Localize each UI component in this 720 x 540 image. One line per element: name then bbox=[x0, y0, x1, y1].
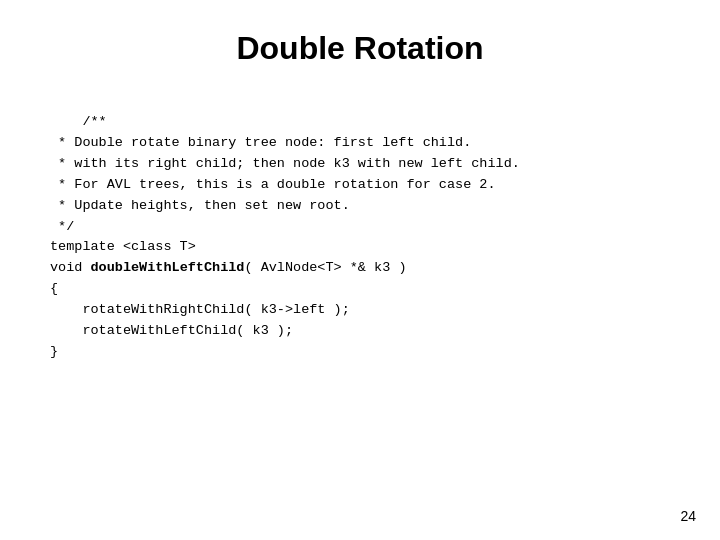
page-number: 24 bbox=[680, 508, 696, 524]
code-line-2: * Double rotate binary tree node: first … bbox=[50, 135, 471, 150]
code-line-5: * Update heights, then set new root. bbox=[50, 198, 350, 213]
code-line-12: } bbox=[50, 344, 58, 359]
code-line-3: * with its right child; then node k3 wit… bbox=[50, 156, 520, 171]
slide-title: Double Rotation bbox=[50, 30, 670, 67]
code-line-9: { bbox=[50, 281, 58, 296]
code-line-7: template <class T> bbox=[50, 239, 196, 254]
code-line-8: void doubleWithLeftChild( AvlNode<T> *& … bbox=[50, 260, 406, 275]
code-line-10: rotateWithRightChild( k3->left ); bbox=[50, 302, 350, 317]
slide: Double Rotation /** * Double rotate bina… bbox=[0, 0, 720, 540]
code-line-11: rotateWithLeftChild( k3 ); bbox=[50, 323, 293, 338]
code-line-6: */ bbox=[50, 219, 74, 234]
code-line-1: /** bbox=[82, 114, 106, 129]
code-block: /** * Double rotate binary tree node: fi… bbox=[50, 91, 670, 384]
code-line-4: * For AVL trees, this is a double rotati… bbox=[50, 177, 496, 192]
